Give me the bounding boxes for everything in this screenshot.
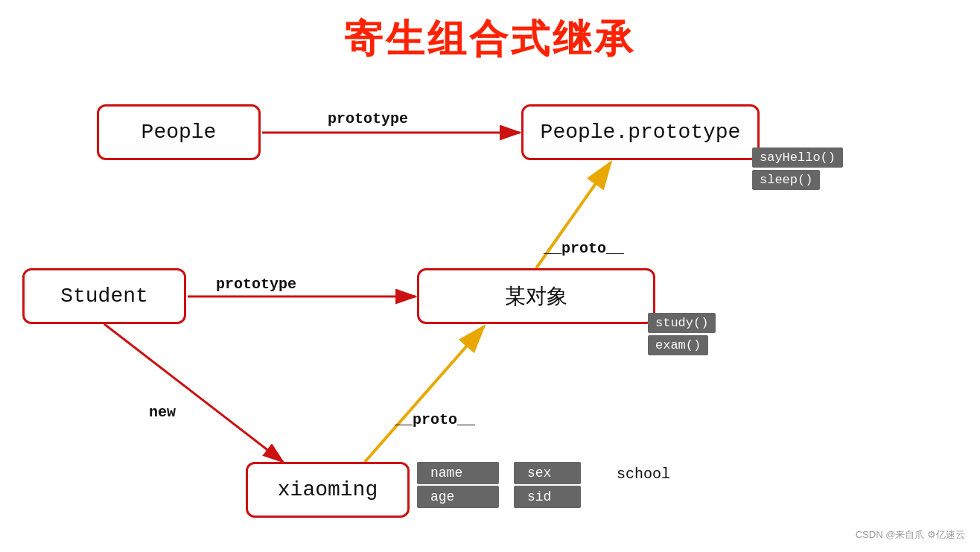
prop-school-text: school xyxy=(617,466,670,483)
sayhello-text: sayHello() xyxy=(760,150,836,165)
proto-top-label: __proto__ xyxy=(544,240,624,257)
main-title: 寄生组合式继承 xyxy=(0,0,980,66)
sleep-text: sleep() xyxy=(760,173,812,187)
prop-sex-text: sex xyxy=(527,466,551,480)
prop-school: school xyxy=(603,462,685,486)
prototype-top-label: prototype xyxy=(328,110,408,127)
footer-text: CSDN @来自爪 ⚙亿速云 xyxy=(856,529,965,540)
prop-sid: sid xyxy=(514,486,581,508)
prop-name: name xyxy=(417,462,499,484)
box-people: People xyxy=(97,104,261,160)
svg-line-7 xyxy=(104,324,283,462)
box-some-object: 某对象 xyxy=(417,268,655,324)
prop-age: age xyxy=(417,486,499,508)
proto-mid-label: __proto__ xyxy=(395,411,475,428)
new-label: new xyxy=(149,404,176,421)
tag-study: study() xyxy=(648,313,716,333)
box-xiaoming: xiaoming xyxy=(246,462,410,518)
box-student: Student xyxy=(22,268,186,324)
prop-name-text: name xyxy=(430,466,462,480)
prop-age-text: age xyxy=(430,489,454,504)
tag-sleep: sleep() xyxy=(752,170,820,190)
footer: CSDN @来自爪 ⚙亿速云 xyxy=(856,528,965,542)
box-people-prototype: People.prototype xyxy=(521,104,760,160)
prototype-mid-label: prototype xyxy=(216,276,296,293)
people-label: People xyxy=(141,121,217,144)
svg-line-6 xyxy=(365,326,484,462)
prop-sid-text: sid xyxy=(527,489,551,504)
people-prototype-label: People.prototype xyxy=(541,121,741,144)
prop-sex: sex xyxy=(514,462,581,484)
exam-text: exam() xyxy=(655,338,701,352)
xiaoming-label: xiaoming xyxy=(278,478,378,501)
tag-sayhello: sayHello() xyxy=(752,147,843,168)
student-label: Student xyxy=(60,285,148,308)
study-text: study() xyxy=(655,316,708,330)
some-object-label: 某对象 xyxy=(505,282,567,311)
tag-exam: exam() xyxy=(648,335,708,355)
